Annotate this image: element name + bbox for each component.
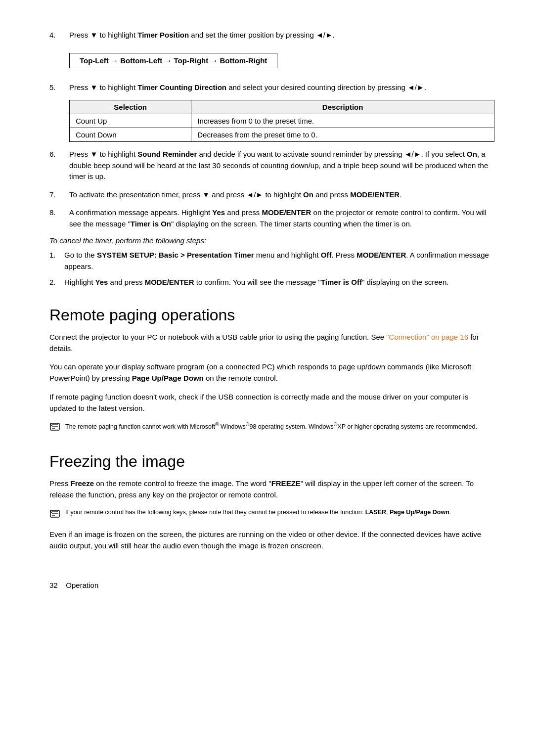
table-cell-description-0: Increases from 0 to the preset time.: [191, 114, 494, 128]
cancel-steps-label: To cancel the timer, perform the followi…: [49, 236, 494, 245]
page-content: 4. Press ▼ to highlight Timer Position a…: [0, 0, 534, 619]
cancel-step-num-2: 2.: [49, 277, 64, 288]
footer-page-num: 32: [49, 581, 58, 589]
step-content-6: Press ▼ to highlight Sound Reminder and …: [69, 149, 494, 182]
table-cell-selection-1: Count Down: [70, 128, 191, 142]
connection-link[interactable]: "Connection" on page 16: [386, 333, 468, 341]
step-7: 7. To activate the presentation timer, p…: [49, 189, 494, 201]
table-cell-description-1: Decreases from the preset time to 0.: [191, 128, 494, 142]
section1-para-2: You can operate your display software pr…: [49, 361, 494, 384]
arrow-box: Top-Left → Bottom-Left → Top-Right → Bot…: [69, 53, 277, 68]
section2-note-text: If your remote control has the following…: [65, 508, 451, 517]
step-6: 6. Press ▼ to highlight Sound Reminder a…: [49, 149, 494, 182]
note-icon-1: [49, 421, 61, 435]
section2-para-2: Even if an image is frozen on the screen…: [49, 529, 494, 552]
table-header-selection: Selection: [70, 100, 191, 114]
step-num-8: 8.: [49, 207, 69, 229]
table-cell-selection-0: Count Up: [70, 114, 191, 128]
step-content-5: Press ▼ to highlight Timer Counting Dire…: [69, 82, 494, 93]
cancel-step-1: 1. Go to the SYSTEM SETUP: Basic > Prese…: [49, 250, 494, 272]
step-content-7: To activate the presentation timer, pres…: [69, 189, 494, 201]
step-content-4: Press ▼ to highlight Timer Position and …: [69, 30, 494, 41]
cancel-steps-list: 1. Go to the SYSTEM SETUP: Basic > Prese…: [49, 250, 494, 288]
footer: 32 Operation: [49, 581, 494, 589]
table-header-description: Description: [191, 100, 494, 114]
cancel-step-2: 2. Highlight Yes and press MODE/ENTER to…: [49, 277, 494, 288]
section2-para-1: Press Freeze on the remote control to fr…: [49, 478, 494, 501]
arrow-box-wrap: Top-Left → Bottom-Left → Top-Right → Bot…: [69, 48, 494, 75]
note-icon-2: [49, 508, 61, 522]
step-num-5: 5.: [49, 82, 69, 93]
cancel-step-num-1: 1.: [49, 250, 64, 272]
table-row: Count Down Decreases from the preset tim…: [70, 128, 494, 142]
step-num-7: 7.: [49, 189, 69, 201]
step-content-8: A confirmation message appears. Highligh…: [69, 207, 494, 229]
section1-title: Remote paging operations: [49, 306, 494, 324]
step-num-4: 4.: [49, 30, 69, 41]
section1-para-1: Connect the projector to your PC or note…: [49, 331, 494, 355]
cancel-step-content-1: Go to the SYSTEM SETUP: Basic > Presenta…: [64, 250, 494, 272]
section1-para-3: If remote paging function doesn't work, …: [49, 391, 494, 414]
section2-title: Freezing the image: [49, 452, 494, 471]
step-num-6: 6.: [49, 149, 69, 182]
footer-label: Operation: [66, 581, 98, 589]
cancel-step-content-2: Highlight Yes and press MODE/ENTER to co…: [64, 277, 494, 288]
section1-note: The remote paging function cannot work w…: [49, 421, 494, 435]
step-5: 5. Press ▼ to highlight Timer Counting D…: [49, 82, 494, 93]
section1-note-text: The remote paging function cannot work w…: [65, 421, 477, 432]
timer-direction-table: Selection Description Count Up Increases…: [69, 100, 494, 142]
table-row: Count Up Increases from 0 to the preset …: [70, 114, 494, 128]
section2-note: If your remote control has the following…: [49, 508, 494, 522]
step-8: 8. A confirmation message appears. Highl…: [49, 207, 494, 229]
step-4: 4. Press ▼ to highlight Timer Position a…: [49, 30, 494, 41]
